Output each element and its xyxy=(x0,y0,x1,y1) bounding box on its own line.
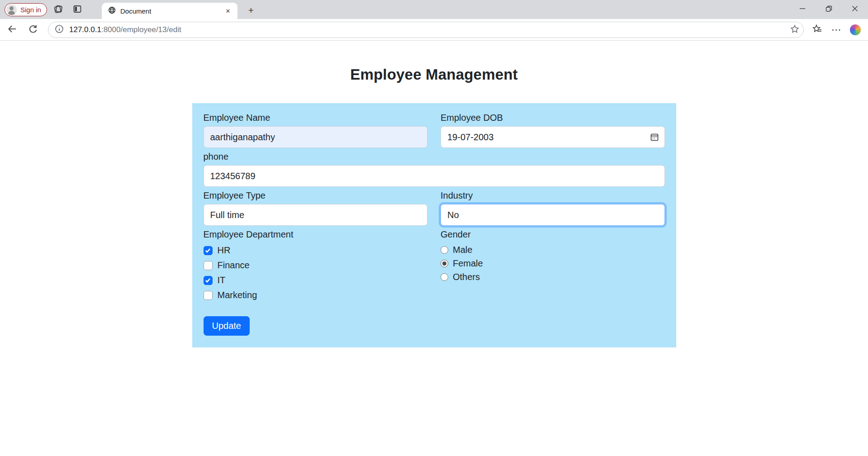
tab-title: Document xyxy=(120,7,218,15)
radio-label-others: Others xyxy=(453,272,480,282)
back-arrow-icon xyxy=(7,24,17,35)
minimize-icon xyxy=(799,5,806,14)
refresh-icon xyxy=(28,24,38,35)
workspaces-button[interactable] xyxy=(51,2,66,17)
radio-item-male[interactable]: Male xyxy=(441,243,665,256)
browser-window: Sign in xyxy=(0,0,868,456)
employee-type-label: Employee Type xyxy=(204,190,428,201)
checkbox-item-hr[interactable]: HR xyxy=(204,243,428,258)
site-info-icon[interactable] xyxy=(55,24,64,35)
address-bar[interactable]: 127.0.0.1:8000/employee/13/edit xyxy=(48,22,804,38)
radio-item-female[interactable]: Female xyxy=(441,256,665,270)
page-title: Employee Management xyxy=(0,66,868,83)
employee-dob-label: Employee DOB xyxy=(441,113,665,123)
copilot-button[interactable] xyxy=(847,22,863,38)
checkbox-hr[interactable] xyxy=(204,246,213,255)
split-window-icon xyxy=(72,4,82,15)
sign-in-label: Sign in xyxy=(20,6,41,14)
checkbox-label-finance: Finance xyxy=(218,260,250,271)
phone-label: phone xyxy=(204,152,665,162)
new-tab-button[interactable]: + xyxy=(244,4,258,16)
favorites-button[interactable] xyxy=(809,22,825,38)
settings-menu-button[interactable]: ⋯ xyxy=(828,22,844,38)
profile-avatar-icon xyxy=(6,5,17,15)
checkbox-marketing[interactable] xyxy=(204,291,213,300)
gender-label: Gender xyxy=(441,229,665,240)
url-text: 127.0.0.1:8000/employee/13/edit xyxy=(69,25,784,34)
url-path: :8000/employee/13/edit xyxy=(101,25,181,34)
url-host: 127.0.0.1 xyxy=(69,25,101,34)
radio-item-others[interactable]: Others xyxy=(441,270,665,284)
checkbox-item-marketing[interactable]: Marketing xyxy=(204,288,428,303)
tab-actions-button[interactable] xyxy=(70,2,85,17)
checkbox-item-finance[interactable]: Finance xyxy=(204,258,428,273)
tab-close-icon[interactable]: ✕ xyxy=(223,6,233,16)
radio-label-female: Female xyxy=(453,258,483,269)
back-button[interactable] xyxy=(4,21,21,38)
checkbox-label-it: IT xyxy=(218,275,226,285)
checkbox-item-it[interactable]: IT xyxy=(204,273,428,288)
checkbox-finance[interactable] xyxy=(204,261,213,270)
update-button[interactable]: Update xyxy=(204,316,250,336)
close-window-button[interactable] xyxy=(842,0,868,19)
restore-icon xyxy=(825,5,832,14)
department-checkbox-group: HR Finance IT Marketing xyxy=(204,243,428,303)
favorites-star-list-icon xyxy=(812,24,823,36)
close-icon xyxy=(852,5,858,14)
industry-label: Industry xyxy=(441,190,665,201)
employee-name-input[interactable] xyxy=(204,126,428,148)
bookmark-star-icon[interactable] xyxy=(790,24,800,36)
restore-button[interactable] xyxy=(816,0,842,19)
workspaces-icon xyxy=(53,4,63,15)
tab-document[interactable]: Document ✕ xyxy=(102,3,237,19)
radio-male[interactable] xyxy=(441,246,448,254)
radio-female[interactable] xyxy=(441,260,448,267)
employee-form-card: Employee Name Employee DOB xyxy=(192,103,676,347)
globe-icon xyxy=(108,6,116,16)
employee-name-label: Employee Name xyxy=(204,113,428,123)
radio-others[interactable] xyxy=(441,273,448,281)
employee-department-label: Employee Department xyxy=(204,229,428,240)
minimize-button[interactable] xyxy=(789,0,816,19)
page-content: Employee Management Employee Name Employ… xyxy=(0,41,868,456)
checkbox-label-marketing: Marketing xyxy=(218,290,257,300)
phone-input[interactable] xyxy=(204,165,665,187)
ellipsis-icon: ⋯ xyxy=(831,24,842,36)
toolbar-right-icons: ⋯ xyxy=(809,22,863,38)
tab-strip: Sign in xyxy=(0,0,868,19)
checkbox-it[interactable] xyxy=(204,276,213,285)
browser-toolbar: 127.0.0.1:8000/employee/13/edit ⋯ xyxy=(0,19,868,41)
radio-label-male: Male xyxy=(453,245,472,255)
employee-dob-input[interactable] xyxy=(441,126,665,148)
gender-radio-group: Male Female Others xyxy=(441,243,665,284)
window-controls xyxy=(789,0,868,19)
employee-type-input[interactable] xyxy=(204,204,428,226)
copilot-icon xyxy=(850,24,861,35)
industry-input[interactable] xyxy=(441,204,665,226)
checkbox-label-hr: HR xyxy=(218,245,231,256)
sign-in-button[interactable]: Sign in xyxy=(5,3,47,16)
refresh-button[interactable] xyxy=(24,21,42,38)
